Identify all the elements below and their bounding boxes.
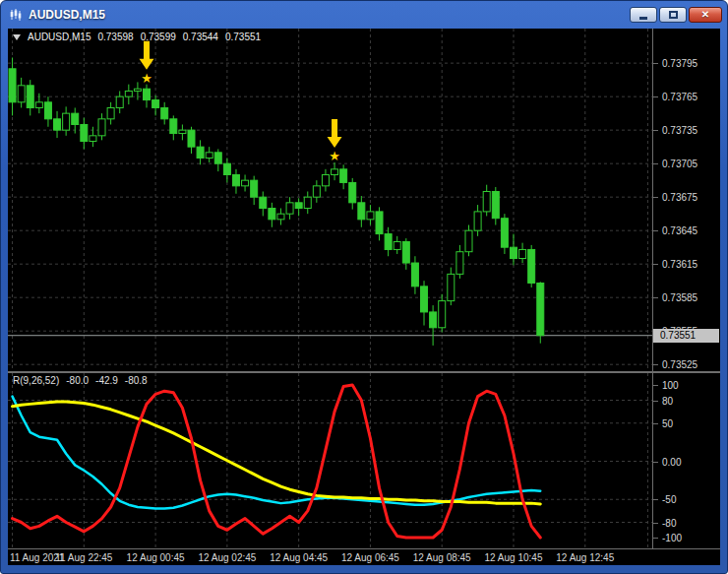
titlebar[interactable]: AUDUSD,M15 ✕ bbox=[1, 1, 727, 29]
indicator-tick-label: 50 bbox=[662, 417, 673, 428]
candle-body bbox=[313, 186, 320, 197]
time-axis-label: 12 Aug 00:45 bbox=[127, 552, 185, 563]
maximize-icon bbox=[669, 11, 678, 19]
candle-body bbox=[188, 130, 195, 147]
price-tick-mark bbox=[653, 96, 658, 97]
chart-window: AUDUSD,M15 ✕ ★★ AUDUSD,M15 0.73598 0.735… bbox=[0, 0, 728, 574]
indicator-tick-label: 0.00 bbox=[662, 456, 681, 467]
candle-body bbox=[18, 86, 25, 102]
candle-body bbox=[197, 147, 204, 158]
price-tick-label: 0.73585 bbox=[662, 292, 698, 303]
indicator-tick-label: -100 bbox=[662, 533, 682, 543]
candle-body bbox=[134, 89, 141, 91]
candle-body bbox=[161, 107, 168, 118]
time-axis-label: 12 Aug 04:45 bbox=[270, 552, 328, 563]
minimize-button[interactable] bbox=[630, 7, 657, 23]
candle-body bbox=[90, 136, 96, 142]
indicator-tick-mark bbox=[653, 538, 658, 539]
candle-body bbox=[269, 209, 275, 220]
candle-body bbox=[63, 113, 70, 130]
indicator-axis[interactable]: 10080500.00-50-80-100 bbox=[652, 373, 720, 548]
candle-body bbox=[242, 180, 249, 186]
price-tick-label: 0.73765 bbox=[662, 92, 698, 102]
price-tick-mark bbox=[653, 197, 658, 198]
indicator-tick-mark bbox=[653, 523, 658, 524]
indicator-value-2: -42.9 bbox=[95, 375, 118, 386]
candle-body bbox=[465, 230, 472, 252]
candle-body bbox=[474, 212, 481, 230]
ohlc-open: 0.73598 bbox=[97, 32, 133, 42]
indicator-pane: R(9,26,52) -80.0 -42.9 -80.8 10080500.00… bbox=[8, 373, 720, 548]
price-tick-label: 0.73795 bbox=[662, 58, 698, 69]
candle-body bbox=[35, 102, 42, 108]
oscillator-plot[interactable] bbox=[8, 373, 652, 548]
candle-body bbox=[44, 102, 51, 119]
price-tick-label: 0.73705 bbox=[662, 159, 698, 169]
candle-body bbox=[528, 249, 535, 283]
chart-window-icon bbox=[9, 8, 23, 22]
ohlc-readout: AUDUSD,M15 0.73598 0.73599 0.73544 0.735… bbox=[13, 32, 261, 42]
candle-body bbox=[9, 69, 16, 102]
time-axis-label: 12 Aug 12:45 bbox=[556, 552, 614, 563]
candle-body bbox=[152, 100, 159, 108]
indicator-tick-label: -50 bbox=[662, 494, 676, 505]
candle-body bbox=[107, 107, 114, 118]
time-axis[interactable]: 11 Aug 202111 Aug 22:4512 Aug 00:4512 Au… bbox=[8, 549, 720, 565]
price-tick-mark bbox=[653, 297, 658, 298]
indicator-tick-mark bbox=[653, 401, 658, 402]
candle-body bbox=[223, 163, 230, 174]
price-tick-mark bbox=[653, 230, 658, 231]
candle-body bbox=[483, 191, 490, 211]
price-tick-label: 0.73675 bbox=[662, 192, 698, 203]
price-axis[interactable]: 0.737950.737650.737350.737050.736750.736… bbox=[652, 29, 720, 371]
candle-body bbox=[385, 234, 392, 250]
candle-body bbox=[54, 119, 61, 130]
candle-body bbox=[322, 174, 329, 185]
candle-body bbox=[98, 119, 105, 136]
ohlc-high: 0.73599 bbox=[141, 32, 176, 42]
candle-body bbox=[402, 242, 409, 264]
candle-body bbox=[232, 174, 239, 185]
indicator-value-1: -80.0 bbox=[66, 375, 89, 386]
maximize-button[interactable] bbox=[659, 7, 687, 23]
candle-body bbox=[501, 219, 508, 247]
candle-body bbox=[304, 197, 311, 208]
candles-layer bbox=[9, 57, 544, 345]
close-button[interactable]: ✕ bbox=[689, 7, 722, 23]
price-tick-label: 0.73525 bbox=[662, 359, 698, 370]
indicator-tick-mark bbox=[653, 499, 658, 500]
candle-body bbox=[537, 283, 544, 335]
candlestick-plot[interactable]: ★★ bbox=[8, 29, 652, 371]
candle-body bbox=[116, 96, 123, 107]
candle-body bbox=[376, 212, 383, 234]
ohlc-symbol: AUDUSD,M15 bbox=[28, 32, 91, 42]
price-tick-mark bbox=[653, 163, 658, 164]
indicator-tick-mark bbox=[653, 385, 658, 386]
price-tick-label: 0.73735 bbox=[662, 125, 698, 136]
current-price-tag: 0.73551 bbox=[653, 329, 719, 343]
star-icon: ★ bbox=[329, 149, 340, 163]
price-tick-mark bbox=[653, 264, 658, 265]
price-tick-mark bbox=[653, 364, 658, 365]
candle-body bbox=[492, 191, 499, 218]
chart-client-area: ★★ AUDUSD,M15 0.73598 0.73599 0.73544 0.… bbox=[8, 29, 720, 565]
candle-body bbox=[332, 169, 338, 175]
candle-body bbox=[81, 124, 88, 141]
candle-body bbox=[510, 247, 516, 258]
candle-body bbox=[439, 301, 446, 328]
indicator-tick-label: 100 bbox=[662, 380, 679, 391]
price-chart-pane: ★★ AUDUSD,M15 0.73598 0.73599 0.73544 0.… bbox=[8, 29, 720, 371]
candle-body bbox=[295, 203, 302, 209]
signal-line bbox=[13, 397, 541, 509]
ohlc-low: 0.73544 bbox=[183, 32, 218, 42]
star-icon: ★ bbox=[141, 71, 152, 86]
candle-body bbox=[430, 312, 437, 328]
candle-body bbox=[72, 113, 79, 124]
indicator-tick-mark bbox=[653, 423, 658, 424]
candle-body bbox=[411, 263, 418, 287]
indicator-name: R(9,26,52) bbox=[13, 375, 59, 386]
candle-body bbox=[367, 212, 374, 220]
candle-body bbox=[170, 119, 177, 134]
indicator-value-3: -80.8 bbox=[125, 375, 148, 386]
sell-arrow-icon bbox=[328, 119, 342, 148]
